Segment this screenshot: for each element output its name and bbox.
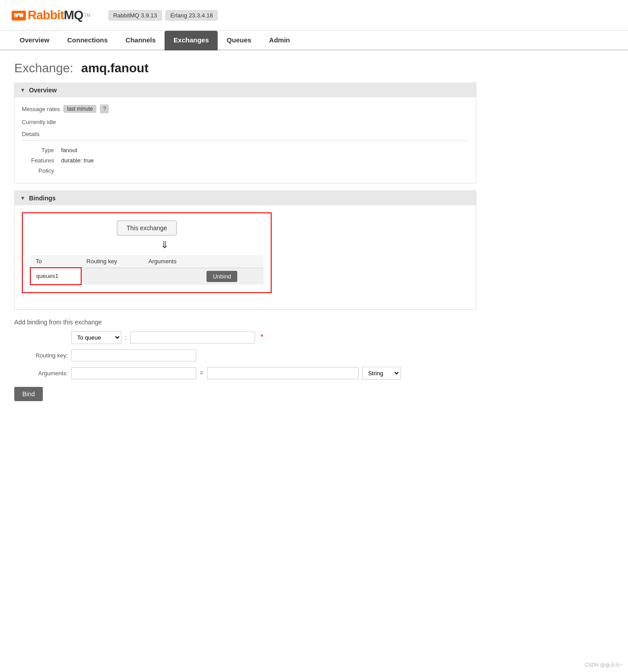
currently-idle-text: Currently idle — [22, 119, 469, 125]
binding-action-cell: Unbind — [201, 268, 264, 285]
col-arguments: Arguments — [143, 255, 201, 268]
details-policy-row: Policy — [25, 166, 99, 176]
overview-section: ▼ Overview Message rates last minute ? C… — [14, 83, 476, 183]
rabbitmq-version-badge: RabbitMQ 3.9.13 — [108, 10, 162, 21]
bindings-body: This exchange ⇓ To Routing key Arguments — [15, 205, 476, 309]
message-rates-label: Message rates — [22, 106, 60, 112]
logo: RabbitMQ TM — [11, 7, 98, 23]
unbind-button[interactable]: Unbind — [207, 271, 237, 282]
details-label: Details — [22, 131, 469, 141]
nav-queues[interactable]: Queues — [218, 31, 260, 50]
routing-key-label: Routing key: — [14, 352, 68, 359]
bind-button[interactable]: Bind — [14, 387, 43, 401]
arguments-label: Arguments: — [14, 370, 68, 377]
features-value: durable: true — [61, 155, 99, 166]
svg-rect-0 — [12, 11, 26, 21]
erlang-version-badge: Erlang 23.3.4.18 — [165, 10, 218, 21]
required-star: * — [260, 333, 263, 341]
this-exchange-box: This exchange — [117, 220, 176, 236]
binding-to-cell: queues1 — [30, 268, 81, 285]
logo-tm: TM — [84, 13, 90, 18]
col-action — [201, 255, 264, 268]
to-queue-row: To queue To exchange : * — [14, 331, 476, 344]
colon-separator: : — [125, 334, 127, 341]
help-button[interactable]: ? — [100, 104, 109, 113]
arrow-down-icon: ⇓ — [66, 239, 264, 251]
policy-value — [61, 166, 99, 176]
binding-arguments-cell — [143, 268, 201, 285]
overview-section-header[interactable]: ▼ Overview — [15, 83, 476, 97]
arguments-type-select[interactable]: String Number Boolean — [362, 367, 401, 380]
binding-row: queues1 Unbind — [30, 268, 264, 285]
policy-label: Policy — [25, 166, 61, 176]
bindings-section: ▼ Bindings This exchange ⇓ To Routing ke… — [14, 191, 476, 310]
header: RabbitMQ TM RabbitMQ 3.9.13 Erlang 23.3.… — [0, 0, 628, 31]
col-routing-key: Routing key — [81, 255, 143, 268]
routing-key-input[interactable] — [71, 349, 196, 361]
equals-sign: = — [200, 369, 203, 377]
overview-body: Message rates last minute ? Currently id… — [15, 97, 476, 183]
routing-key-row: Routing key: — [14, 349, 476, 361]
svg-rect-3 — [17, 13, 21, 15]
bindings-chevron-icon: ▼ — [20, 195, 25, 201]
to-value-input[interactable] — [130, 332, 255, 344]
bindings-section-title: Bindings — [29, 195, 56, 202]
bind-button-row: Bind — [14, 385, 476, 401]
bindings-diagram: This exchange ⇓ To Routing key Arguments — [22, 212, 272, 293]
rate-option-badge[interactable]: last minute — [63, 105, 96, 113]
logo-text: RabbitMQ — [28, 8, 83, 22]
bindings-table-header-row: To Routing key Arguments — [30, 255, 264, 268]
message-rates-row: Message rates last minute ? — [22, 104, 469, 113]
bindings-section-header[interactable]: ▼ Bindings — [15, 191, 476, 205]
main-content: Exchange: amq.fanout ▼ Overview Message … — [0, 50, 491, 417]
arguments-row: Arguments: = String Number Boolean — [14, 367, 476, 380]
exchange-box-container: This exchange — [30, 220, 264, 236]
nav-admin[interactable]: Admin — [260, 31, 299, 50]
details-type-row: Type fanout — [25, 145, 99, 155]
nav-channels[interactable]: Channels — [117, 31, 165, 50]
col-to: To — [30, 255, 81, 268]
nav-connections[interactable]: Connections — [58, 31, 117, 50]
details-features-row: Features durable: true — [25, 155, 99, 166]
add-binding-section: Add binding from this exchange To queue … — [14, 319, 476, 401]
to-type-select[interactable]: To queue To exchange — [71, 331, 121, 344]
page-title: Exchange: amq.fanout — [14, 61, 476, 75]
nav-exchanges[interactable]: Exchanges — [165, 31, 218, 50]
nav-overview[interactable]: Overview — [11, 31, 58, 50]
rabbitmq-logo-icon — [11, 7, 27, 23]
overview-chevron-icon: ▼ — [20, 87, 25, 93]
type-label: Type — [25, 145, 61, 155]
type-value: fanout — [61, 145, 99, 155]
arguments-key-input[interactable] — [71, 367, 196, 379]
arguments-value-input[interactable] — [207, 367, 359, 379]
bindings-table: To Routing key Arguments queues1 U — [30, 255, 264, 285]
details-table: Type fanout Features durable: true Polic… — [25, 145, 99, 176]
main-nav: Overview Connections Channels Exchanges … — [0, 31, 628, 50]
add-binding-title: Add binding from this exchange — [14, 319, 476, 326]
binding-routing-key-cell — [81, 268, 143, 285]
overview-section-title: Overview — [29, 87, 57, 94]
features-label: Features — [25, 155, 61, 166]
